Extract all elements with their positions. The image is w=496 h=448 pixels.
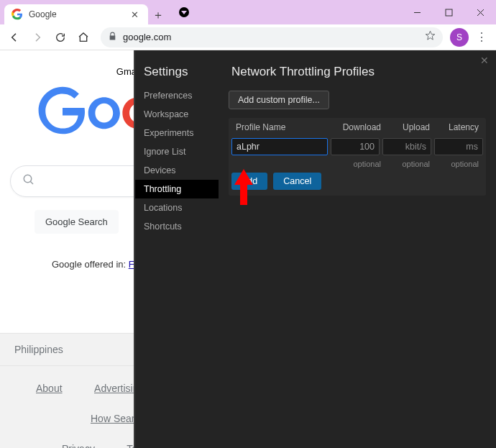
browser-tab[interactable]: Google ✕ <box>4 4 148 24</box>
offered-prefix: Google offered in: <box>52 259 129 270</box>
add-custom-profile-button[interactable]: Add custom profile... <box>229 91 329 109</box>
google-favicon-icon <box>12 9 23 20</box>
window-minimize-button[interactable] <box>401 0 433 24</box>
latency-optional-label: optional <box>434 160 483 168</box>
nav-home-button[interactable] <box>73 27 93 47</box>
col-upload: Upload <box>385 122 434 132</box>
browser-titlebar: Google ✕ ＋ <box>0 0 496 24</box>
address-bar[interactable]: google.com <box>101 27 443 47</box>
avatar-letter: S <box>456 32 462 42</box>
sidebar-item-ignore-list[interactable]: Ignore List <box>135 142 219 161</box>
sidebar-item-shortcuts[interactable]: Shortcuts <box>135 217 219 236</box>
col-profile-name: Profile Name <box>231 122 336 132</box>
footer-privacy-link[interactable]: Privacy <box>62 434 95 448</box>
svg-point-4 <box>24 175 32 183</box>
page-viewport: Gma Google Search Google offered in: Fi … <box>0 50 496 448</box>
nav-back-button[interactable] <box>4 27 24 47</box>
bookmark-star-icon[interactable] <box>425 30 436 44</box>
window-close-button[interactable] <box>464 0 496 24</box>
extension-indicator-icon[interactable] <box>168 0 200 24</box>
panel-title: Network Throttling Profiles <box>231 65 486 79</box>
sidebar-item-preferences[interactable]: Preferences <box>135 86 219 105</box>
browser-menu-button[interactable]: ⋮ <box>472 30 492 44</box>
sidebar-item-throttling[interactable]: Throttling <box>135 180 219 198</box>
settings-sidebar: Settings Preferences Workspace Experimen… <box>135 50 219 448</box>
sidebar-item-locations[interactable]: Locations <box>135 198 219 217</box>
search-icon <box>22 173 35 189</box>
settings-title: Settings <box>135 65 219 86</box>
google-search-button[interactable]: Google Search <box>35 210 119 234</box>
tab-title: Google <box>29 9 128 19</box>
footer-how-link[interactable]: How Searc <box>91 403 139 434</box>
upload-optional-label: optional <box>385 160 434 168</box>
offered-in-text: Google offered in: Fi <box>52 259 137 270</box>
nav-forward-button[interactable] <box>27 27 47 47</box>
devtools-panel: ✕ Settings Preferences Workspace Experim… <box>134 50 496 448</box>
window-maximize-button[interactable] <box>433 0 464 24</box>
col-latency: Latency <box>434 122 483 132</box>
sidebar-item-workspace[interactable]: Workspace <box>135 105 219 124</box>
latency-input[interactable] <box>434 138 483 155</box>
svg-line-5 <box>30 181 33 184</box>
profile-editor: Profile Name Download Upload Latency opt… <box>229 118 486 196</box>
lock-icon <box>108 31 117 44</box>
col-download: Download <box>336 122 385 132</box>
profile-avatar[interactable]: S <box>450 28 469 47</box>
url-text: google.com <box>123 32 419 42</box>
tab-close-icon[interactable]: ✕ <box>128 8 141 21</box>
settings-main: Network Throttling Profiles Add custom p… <box>219 50 496 448</box>
download-input[interactable] <box>331 138 380 155</box>
annotation-arrow-icon <box>233 169 254 207</box>
download-optional-label: optional <box>336 160 385 168</box>
upload-input[interactable] <box>382 138 431 155</box>
sidebar-item-experiments[interactable]: Experiments <box>135 124 219 142</box>
footer-advertising-link[interactable]: Advertisin <box>94 373 138 403</box>
sidebar-item-devices[interactable]: Devices <box>135 161 219 180</box>
cancel-button[interactable]: Cancel <box>273 173 321 190</box>
nav-reload-button[interactable] <box>50 27 70 47</box>
new-tab-button[interactable]: ＋ <box>148 6 168 24</box>
footer-about-link[interactable]: About <box>36 373 63 403</box>
browser-toolbar: google.com S ⋮ <box>0 24 496 50</box>
profile-name-input[interactable] <box>231 138 328 155</box>
svg-rect-1 <box>446 9 452 16</box>
